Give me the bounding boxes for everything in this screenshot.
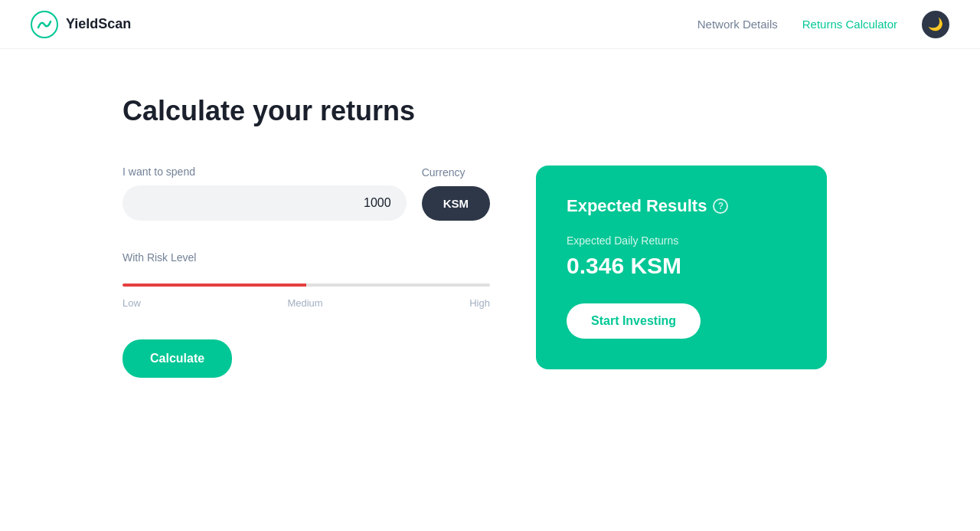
spend-row: I want to spend Currency KSM <box>122 166 490 221</box>
calculate-button[interactable]: Calculate <box>122 339 232 378</box>
daily-returns-label: Expected Daily Returns <box>567 234 796 247</box>
logo-text: YieldScan <box>66 16 131 32</box>
start-investing-button[interactable]: Start Investing <box>567 303 701 339</box>
results-title: Expected Results <box>567 196 707 216</box>
currency-label: Currency <box>422 166 490 179</box>
nav-links: Network Details Returns Calculator 🌙 <box>697 11 949 38</box>
nav-network-details[interactable]: Network Details <box>697 18 778 31</box>
results-card: Expected Results ? Expected Daily Return… <box>536 166 827 369</box>
slider-container <box>122 276 490 290</box>
risk-labels: Low Medium High <box>122 297 490 309</box>
header: YieldScan Network Details Returns Calcul… <box>0 0 980 49</box>
help-icon[interactable]: ? <box>713 198 728 214</box>
spend-label: I want to spend <box>122 166 407 178</box>
currency-button[interactable]: KSM <box>422 186 490 221</box>
risk-low-label: Low <box>122 297 141 309</box>
risk-slider[interactable] <box>122 284 490 287</box>
logo-icon <box>31 11 58 38</box>
risk-high-label: High <box>469 297 490 309</box>
main-content: Calculate your returns I want to spend C… <box>0 49 980 424</box>
currency-field-group: Currency KSM <box>422 166 490 221</box>
nav-returns-calculator[interactable]: Returns Calculator <box>802 18 897 31</box>
risk-medium-label: Medium <box>287 297 322 309</box>
results-header: Expected Results ? <box>567 196 796 216</box>
risk-section: With Risk Level Low Medium High <box>122 251 490 309</box>
risk-label: With Risk Level <box>122 251 490 264</box>
spend-field-group: I want to spend <box>122 166 407 221</box>
daily-returns-value: 0.346 KSM <box>567 253 796 279</box>
logo-area: YieldScan <box>31 11 131 38</box>
page-title: Calculate your returns <box>122 95 858 127</box>
calculator-form: I want to spend Currency KSM With Risk L… <box>122 166 490 378</box>
theme-toggle-button[interactable]: 🌙 <box>922 11 949 38</box>
spend-input[interactable] <box>122 185 407 221</box>
calculator-layout: I want to spend Currency KSM With Risk L… <box>122 166 858 378</box>
moon-icon: 🌙 <box>928 17 943 31</box>
